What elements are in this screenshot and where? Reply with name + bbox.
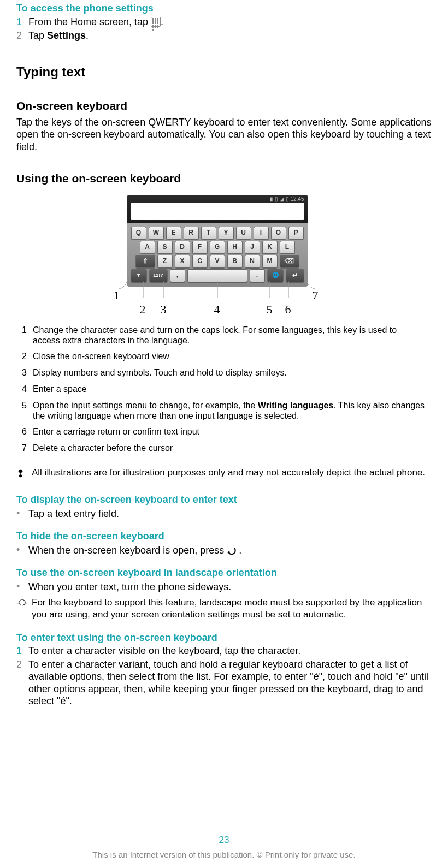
tip-text: For the keyboard to support this feature… <box>32 597 432 621</box>
letter-key: J <box>245 241 260 254</box>
bullet-dot: • <box>16 544 28 557</box>
text-bold: Settings <box>47 30 86 41</box>
keyboard-text-field <box>131 203 304 220</box>
letter-key: T <box>201 227 216 240</box>
callout-1: 1 <box>114 288 120 303</box>
letter-key: V <box>210 255 225 268</box>
osk-intro-para: Tap the keys of the on-screen QWERTY key… <box>16 116 432 153</box>
period-key: . <box>250 269 265 282</box>
letter-key: P <box>288 227 304 240</box>
legend-num: 3 <box>22 367 33 378</box>
task-title-hide: To hide the on-screen keyboard <box>16 530 432 543</box>
text-part: When the on-screen keyboard is open, pre… <box>28 545 227 556</box>
text-part: . <box>86 30 89 41</box>
heading-on-screen-keyboard: On-screen keyboard <box>16 99 432 113</box>
letter-key: O <box>271 227 286 240</box>
enter-step-2: 2 To enter a character variant, touch an… <box>16 658 432 708</box>
letter-key: M <box>262 255 278 268</box>
legend-text: Close the on-screen keyboard view <box>33 351 426 362</box>
legend-row: 5Open the input settings menu to change,… <box>22 400 426 421</box>
letter-key: F <box>192 241 208 254</box>
note-text: All illustrations are for illustration p… <box>32 467 432 480</box>
legend-row: 2Close the on-screen keyboard view <box>22 351 426 362</box>
bullet-item: • Tap a text entry field. <box>16 508 432 520</box>
legend-text: Delete a character before the cursor <box>33 443 426 454</box>
text-part: . <box>239 545 241 556</box>
legend-text: Enter a space <box>33 384 426 395</box>
legend-row: 4Enter a space <box>22 384 426 395</box>
legend-row: 1Change the character case and turn on t… <box>22 325 426 346</box>
letter-key: Y <box>219 227 234 240</box>
shift-key: ⇧ <box>135 255 155 268</box>
text-part: Tap <box>28 30 47 41</box>
letter-key: A <box>140 241 155 254</box>
text-part: . <box>161 16 163 27</box>
settings-lang-key: 🌐 <box>267 269 284 282</box>
callout-7: 7 <box>313 288 319 303</box>
legend-text: Open the input settings menu to change, … <box>33 400 426 421</box>
letter-key: L <box>280 241 295 254</box>
legend-num: 1 <box>22 325 33 346</box>
step-number: 1 <box>16 645 28 657</box>
bullet-text: Tap a text entry field. <box>28 508 432 520</box>
bullet-text: When the on-screen keyboard is open, pre… <box>28 544 432 557</box>
step-number: 2 <box>16 658 28 708</box>
symbols-key: 12!? <box>149 269 168 282</box>
letter-key: X <box>175 255 190 268</box>
legend-num: 2 <box>22 351 33 362</box>
step-text: To enter a character visible on the keyb… <box>28 645 432 657</box>
callout-3: 3 <box>161 302 167 317</box>
letter-key: W <box>149 227 164 240</box>
legend-num: 6 <box>22 426 33 437</box>
step-text: From the Home screen, tap . <box>28 16 432 29</box>
access-step-2: 2 Tap Settings. <box>16 29 432 42</box>
letter-key: B <box>227 255 243 268</box>
enter-step-1: 1 To enter a character visible on the ke… <box>16 645 432 657</box>
step-text: Tap Settings. <box>28 29 432 42</box>
legend-row: 6Enter a carriage return or confirm text… <box>22 426 426 437</box>
letter-key: D <box>175 241 190 254</box>
tip-landscape: -❍- For the keyboard to support this fea… <box>16 597 432 621</box>
task-title-access: To access the phone settings <box>16 2 432 15</box>
letter-key: Q <box>131 227 146 240</box>
enter-key: ↵ <box>286 269 304 282</box>
letter-key: C <box>192 255 208 268</box>
page-footer: 23 This is an Internet version of this p… <box>0 834 448 860</box>
letter-key: Z <box>157 255 173 268</box>
back-arrow-icon <box>227 545 239 556</box>
text-part: From the Home screen, tap <box>28 16 151 27</box>
letter-key: S <box>157 241 173 254</box>
letter-key: R <box>184 227 199 240</box>
bullet-item: • When you enter text, turn the phone si… <box>16 581 432 593</box>
legend-num: 4 <box>22 384 33 395</box>
legend-text: Enter a carriage return or confirm text … <box>33 426 426 437</box>
legend-text: Display numbers and symbols. Touch and h… <box>33 367 426 378</box>
task-title-landscape: To use the on-screen keyboard in landsca… <box>16 567 432 579</box>
info-icon: ❢ <box>16 467 32 480</box>
task-title-enter-text: To enter text using the on-screen keyboa… <box>16 632 432 644</box>
legend-num: 5 <box>22 400 33 421</box>
comma-key: , <box>170 269 185 282</box>
callout-4: 4 <box>214 302 220 317</box>
hide-keyboard-key: ▾ <box>131 269 147 282</box>
keyboard-illustration: ▮ ▯ ◢ ▯ 12:45 QWERTYUIOP ASDFGHJKL ⇧ ZXC… <box>127 195 308 287</box>
bullet-dot: • <box>16 508 28 520</box>
lightbulb-tip-icon: -❍- <box>16 597 32 621</box>
legend-num: 7 <box>22 443 33 454</box>
illustration-note: ❢ All illustrations are for illustration… <box>16 467 432 480</box>
letter-key: U <box>236 227 251 240</box>
footer-copyright: This is an Internet version of this publ… <box>0 850 448 860</box>
step-number: 2 <box>16 29 28 42</box>
task-title-display: To display the on-screen keyboard to ent… <box>16 494 432 506</box>
letter-key: E <box>166 227 181 240</box>
step-number: 1 <box>16 16 28 29</box>
apps-grid-icon <box>151 16 161 29</box>
space-key <box>187 269 247 282</box>
letter-key: I <box>254 227 269 240</box>
heading-using-osk: Using the on-screen keyboard <box>16 171 432 186</box>
bullet-text: When you enter text, turn the phone side… <box>28 581 432 593</box>
bullet-dot: • <box>16 581 28 593</box>
access-step-1: 1 From the Home screen, tap . <box>16 16 432 29</box>
status-bar: ▮ ▯ ◢ ▯ 12:45 <box>270 196 304 203</box>
callout-2: 2 <box>140 302 146 317</box>
